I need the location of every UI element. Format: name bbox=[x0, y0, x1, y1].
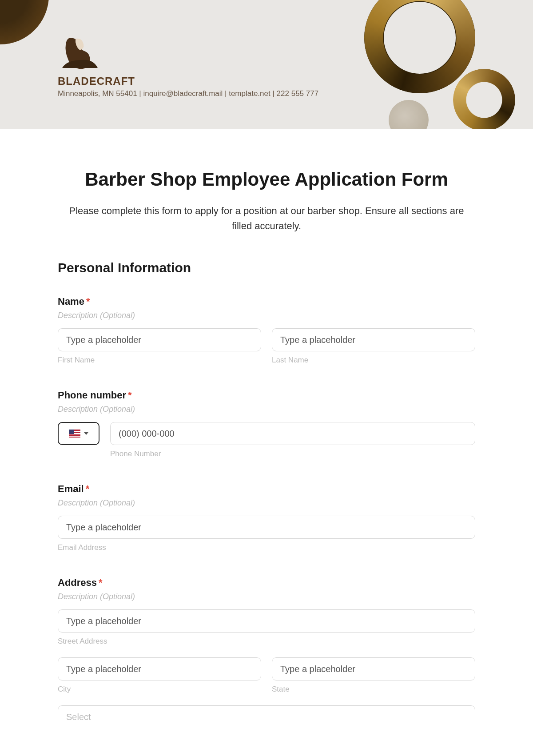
required-asterisk: * bbox=[86, 483, 90, 494]
brand-logo-icon bbox=[58, 33, 102, 73]
brand-name: BLADECRAFT bbox=[58, 75, 318, 88]
phone-description: Description (Optional) bbox=[58, 405, 475, 414]
field-name: Name* Description (Optional) First Name … bbox=[58, 296, 475, 365]
form-content: Barber Shop Employee Application Form Pl… bbox=[0, 129, 533, 751]
field-address: Address* Description (Optional) Street A… bbox=[58, 577, 475, 721]
decor-ring-large bbox=[364, 0, 475, 93]
intro-text: Please complete this form to apply for a… bbox=[58, 203, 475, 234]
name-label-text: Name bbox=[58, 296, 84, 307]
state-input[interactable] bbox=[272, 657, 475, 680]
us-flag-icon bbox=[69, 430, 80, 438]
phone-label: Phone number* bbox=[58, 390, 475, 401]
address-label-text: Address bbox=[58, 577, 97, 588]
city-sublabel: City bbox=[58, 685, 261, 694]
select-placeholder-text: Select bbox=[66, 712, 91, 722]
phone-label-text: Phone number bbox=[58, 390, 126, 401]
brand-block: BLADECRAFT Minneapolis, MN 55401 | inqui… bbox=[58, 33, 318, 98]
last-name-sublabel: Last Name bbox=[272, 356, 475, 365]
first-name-sublabel: First Name bbox=[58, 356, 261, 365]
email-sublabel: Email Address bbox=[58, 543, 475, 552]
field-email: Email* Description (Optional) Email Addr… bbox=[58, 483, 475, 552]
phone-input[interactable] bbox=[110, 422, 475, 445]
country-code-select[interactable] bbox=[58, 422, 99, 445]
field-phone: Phone number* Description (Optional) Pho… bbox=[58, 390, 475, 458]
chevron-down-icon bbox=[84, 432, 88, 435]
email-label: Email* bbox=[58, 483, 475, 495]
address-label: Address* bbox=[58, 577, 475, 589]
decor-ring-small bbox=[453, 69, 515, 129]
city-input[interactable] bbox=[58, 657, 261, 680]
brand-contact-line: Minneapolis, MN 55401 | inquire@bladecra… bbox=[58, 89, 318, 98]
address-select[interactable]: Select bbox=[58, 705, 475, 721]
street-sublabel: Street Address bbox=[58, 637, 475, 646]
address-description: Description (Optional) bbox=[58, 592, 475, 601]
last-name-input[interactable] bbox=[272, 328, 475, 351]
section-personal-heading: Personal Information bbox=[58, 260, 475, 275]
header-banner: BLADECRAFT Minneapolis, MN 55401 | inqui… bbox=[0, 0, 533, 129]
state-sublabel: State bbox=[272, 685, 475, 694]
required-asterisk: * bbox=[86, 296, 90, 307]
phone-sublabel: Phone Number bbox=[110, 450, 475, 458]
page-title: Barber Shop Employee Application Form bbox=[58, 169, 475, 190]
first-name-input[interactable] bbox=[58, 328, 261, 351]
name-description: Description (Optional) bbox=[58, 311, 475, 320]
email-input[interactable] bbox=[58, 516, 475, 539]
required-asterisk: * bbox=[128, 390, 132, 401]
street-input[interactable] bbox=[58, 609, 475, 633]
decor-dot bbox=[389, 100, 429, 129]
decor-corner bbox=[0, 0, 49, 44]
email-description: Description (Optional) bbox=[58, 498, 475, 508]
required-asterisk: * bbox=[99, 577, 103, 588]
name-label: Name* bbox=[58, 296, 475, 307]
email-label-text: Email bbox=[58, 483, 84, 494]
